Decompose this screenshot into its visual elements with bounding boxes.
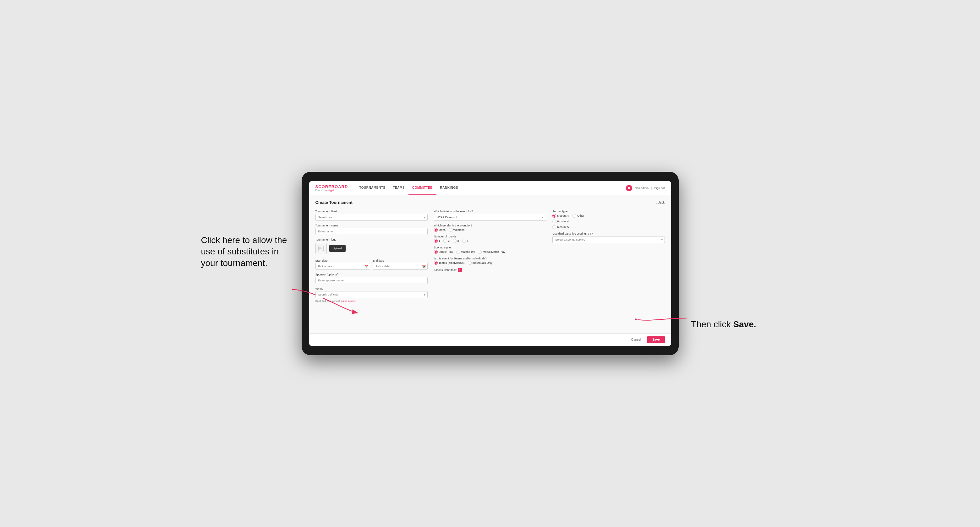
scoring-stroke-radio[interactable] [434,250,438,254]
gender-mens-label: Mens [439,228,445,232]
nav-rankings[interactable]: RANKINGS [436,181,462,195]
event-individuals-label: Individuals Only [473,261,493,264]
tablet-device: SCOREBOARD Powered by clippd TOURNAMENTS… [302,172,679,355]
page-content: Create Tournament Back Tournament Host ▾ [309,195,671,333]
tournament-name-input[interactable] [315,228,428,235]
sponsor-input[interactable] [315,277,428,284]
format-6count5-radio[interactable] [552,225,556,229]
scoring-medal-label: Medal Match Play [483,250,505,254]
nav-signout[interactable]: Sign out [654,187,665,190]
gender-womens-radio[interactable] [449,228,452,232]
form-col-3: Format type 5 count 4 Other [552,210,665,302]
end-date-group: End date 📅 [373,257,428,270]
venue-group: Venue ▾ Can't find your venue? email sup… [315,287,428,302]
outer-wrapper: Click here to allow the use of substitut… [302,172,679,355]
rounds-4[interactable]: 4 [462,239,468,243]
annotation-right: Then click Save. [691,319,767,330]
venue-help: Can't find your venue? email support [315,300,428,302]
format-6count5[interactable]: 6 count 5 [552,225,665,229]
event-individuals[interactable]: Individuals Only [468,261,493,265]
format-5count4-radio[interactable] [552,214,556,217]
rounds-2-radio[interactable] [443,239,447,243]
nav-committee[interactable]: COMMITTEE [409,181,436,195]
nav-right: B blair admin | Sign out [626,185,665,191]
format-other-radio[interactable] [573,214,576,217]
division-select[interactable]: NCAA Division I [434,214,546,221]
date-row: Start date 📅 End date [315,257,428,270]
allow-substitutes-item[interactable]: Allow substitutes? [434,268,546,272]
format-row-1: 5 count 4 Other [552,214,665,217]
scoring-medal-match[interactable]: Medal Match Play [478,250,505,254]
rounds-radio-group: 1 2 3 [434,239,546,243]
rounds-4-radio[interactable] [462,239,466,243]
scoring-stroke-label: Stroke Play [439,250,453,254]
format-5count4[interactable]: 5 count 4 [552,214,569,217]
nav-divider: | [651,187,652,190]
scoring-system-radio-group: Stroke Play Match Play Medal Match Play [434,250,546,254]
end-date-input[interactable] [373,263,428,270]
start-date-calendar-icon: 📅 [364,265,368,268]
scoring-api-arrow: ▾ [661,238,663,241]
format-other-label: Other [577,214,584,217]
form-col-1: Tournament Host ▾ Tournament name Tourna [315,210,428,302]
format-other[interactable]: Other [573,214,584,217]
save-button[interactable]: Save [647,336,665,343]
rounds-3[interactable]: 3 [453,239,459,243]
start-date-input[interactable] [315,263,371,270]
event-teams[interactable]: Teams (+Individuals) [434,261,465,265]
allow-substitutes-group: Allow substitutes? [434,268,546,272]
page-title: Create Tournament [315,200,353,205]
rounds-3-radio[interactable] [453,239,457,243]
end-date-wrap: 📅 [373,263,428,270]
page-footer: Cancel Save [309,333,671,346]
nav-tournaments[interactable]: TOURNAMENTS [355,181,389,195]
logo-area: SCOREBOARD Powered by clippd [315,185,348,191]
gender-womens[interactable]: Womens [449,228,465,232]
allow-substitutes-checkbox[interactable] [458,268,462,272]
format-type-group: Format type 5 count 4 Other [552,210,665,229]
form-col-2: Which division is the event for? NCAA Di… [434,210,546,302]
nav-username: blair admin [635,187,649,190]
image-icon [318,246,324,251]
tournament-host-label: Tournament Host [315,210,428,213]
rounds-group: Number of rounds 1 2 [434,235,546,243]
event-teams-radio[interactable] [434,261,438,265]
scoring-api-group: Use third-party live scoring API? ▾ [552,232,665,243]
venue-label: Venue [315,287,428,290]
sponsor-label: Sponsor (optional) [315,273,428,276]
scoring-medal-radio[interactable] [478,250,482,254]
gender-mens[interactable]: Mens [434,228,445,232]
nav-links: TOURNAMENTS TEAMS COMMITTEE RANKINGS [355,181,461,195]
event-individuals-radio[interactable] [468,261,472,265]
rounds-3-label: 3 [458,239,459,243]
scoring-api-input[interactable] [552,236,665,243]
nav-teams[interactable]: TEAMS [389,181,409,195]
event-teams-label: Teams (+Individuals) [439,261,465,264]
back-link[interactable]: Back [655,200,665,205]
logo-board-text: BOARD [331,184,348,189]
annotation-left: Click here to allow the use of substitut… [201,235,289,269]
rounds-2[interactable]: 2 [443,239,450,243]
format-type-options: 5 count 4 Other 6 count 4 [552,214,665,229]
logo-scoreboard: SCOREBOARD [315,185,348,189]
rounds-1-radio[interactable] [434,239,438,243]
sponsor-group: Sponsor (optional) [315,273,428,284]
host-select-arrow: ▾ [424,216,425,219]
gender-radio-group: Mens Womens [434,228,546,232]
venue-input[interactable] [315,291,428,298]
scoring-match-play[interactable]: Match Play [456,250,475,254]
scoring-stroke-play[interactable]: Stroke Play [434,250,453,254]
venue-email-support-link[interactable]: email support [341,300,356,302]
gender-mens-radio[interactable] [434,228,438,232]
format-6count4-radio[interactable] [552,219,556,223]
gender-womens-label: Womens [453,228,465,232]
tournament-host-group: Tournament Host ▾ [315,210,428,221]
format-6count4[interactable]: 6 count 4 [552,219,665,223]
upload-button[interactable]: Upload [329,245,346,252]
end-date-label: End date [373,259,384,262]
venue-select-arrow: ▾ [424,293,425,297]
cancel-button[interactable]: Cancel [628,336,644,343]
scoring-match-radio[interactable] [456,250,460,254]
rounds-1[interactable]: 1 [434,239,440,243]
tournament-host-input[interactable] [315,214,428,221]
